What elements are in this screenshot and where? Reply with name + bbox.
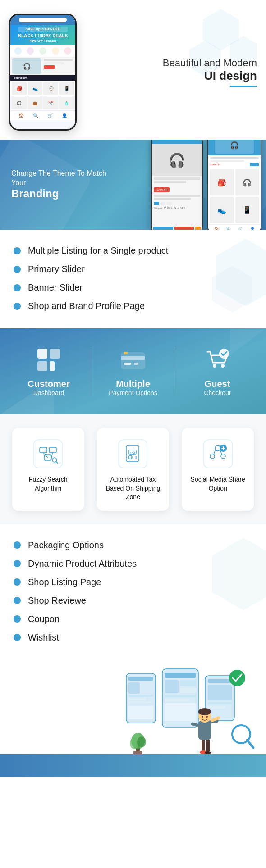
- hero-phone: SAVE upto 60% OFF BLACK FRIDAY DEALS 72%…: [9, 14, 81, 131]
- hero-underline: [230, 86, 257, 87]
- card-fuzzy-title: Fuzzy Search Algorithm: [19, 475, 78, 493]
- svg-rect-40: [128, 698, 147, 700]
- svg-rect-5: [121, 356, 145, 360]
- feature-text-0: Multiple Listing for a Single product: [28, 245, 168, 256]
- svg-rect-75: [133, 751, 142, 754]
- icon-customer-dashboard: Customer Dashboard: [7, 346, 91, 396]
- more-features-section: Packaging Options Dynamic Product Attrib…: [0, 524, 266, 655]
- branding-phone-1: 🎧 $249.99 Shipping: $3.99 | In Stock: YE…: [151, 140, 203, 230]
- hero-title-light: Beautiful and Modern: [90, 57, 257, 69]
- svg-rect-57: [202, 739, 205, 752]
- feature-item-1: Primary Slider: [14, 264, 252, 274]
- svg-point-30: [221, 454, 225, 459]
- more-feature-bullet-0: [14, 541, 21, 549]
- svg-rect-6: [124, 363, 131, 365]
- branding-text: Change The Theme To Match Your Branding: [11, 169, 110, 200]
- svg-rect-42: [128, 706, 153, 719]
- svg-point-29: [210, 454, 215, 459]
- svg-rect-39: [128, 695, 153, 697]
- more-feature-item-0: Packaging Options: [14, 540, 252, 550]
- more-feature-text-4: Coupon: [28, 614, 60, 624]
- more-feature-item-1: Dynamic Product Attributes: [14, 559, 252, 569]
- svg-rect-50: [165, 703, 196, 721]
- hero-section: SAVE upto 60% OFF BLACK FRIDAY DEALS 72%…: [0, 0, 266, 140]
- svg-rect-13: [49, 447, 56, 453]
- card-social-media: Social Media Share Option: [182, 428, 254, 511]
- footer-bar: [0, 754, 266, 777]
- tax-icon: TAX $: [118, 439, 147, 468]
- illustration-section: [0, 655, 266, 754]
- svg-rect-2: [50, 349, 60, 359]
- svg-point-65: [198, 708, 211, 715]
- icons-row-section: Customer Dashboard Multiple Payment Opti…: [0, 328, 266, 414]
- svg-rect-46: [180, 680, 196, 686]
- card-social-title: Social Media Share Option: [188, 475, 247, 493]
- more-feature-text-5: Wishlist: [28, 632, 59, 643]
- icon-guest-light: Checkout: [175, 389, 259, 396]
- more-feature-item-4: Coupon: [14, 614, 252, 624]
- svg-point-76: [229, 670, 245, 686]
- icon-guest-checkout: Guest Checkout: [175, 346, 259, 396]
- svg-point-60: [205, 751, 211, 754]
- svg-line-31: [214, 450, 216, 454]
- svg-rect-53: [208, 685, 232, 700]
- svg-point-74: [137, 736, 146, 747]
- svg-rect-48: [165, 695, 196, 697]
- banner-line1: BLACK FRIDAY DEALS: [18, 33, 68, 39]
- more-feature-bullet-1: [14, 560, 21, 567]
- cards-section: Fuzzy Search Algorithm TAX $ Automoated …: [0, 414, 266, 524]
- branding-title-light: Change The Theme To Match Your: [11, 169, 110, 188]
- svg-rect-3: [50, 361, 55, 371]
- branding-phone-2: 🎧 $199.00 🎒 🎧 👟 📱: [207, 140, 261, 230]
- icon-guest-bold: Guest: [175, 379, 259, 389]
- svg-rect-55: [208, 706, 226, 709]
- svg-point-67: [206, 716, 208, 718]
- svg-rect-4: [121, 353, 145, 369]
- features-section: Multiple Listing for a Single product Pr…: [0, 230, 266, 328]
- svg-rect-0: [37, 349, 47, 359]
- card-tax: TAX $ Automoated Tax Based On Shipping Z…: [97, 428, 169, 511]
- feature-item-3: Shop and Brand Profile Page: [14, 301, 252, 311]
- feature-bullet-2: [14, 284, 21, 291]
- more-feature-item-3: Shop Reviewe: [14, 595, 252, 606]
- more-feature-bullet-5: [14, 634, 21, 641]
- feature-text-2: Banner Slider: [28, 282, 83, 293]
- icon-payment-light: Payment Options: [91, 389, 175, 396]
- more-feature-text-0: Packaging Options: [28, 540, 104, 550]
- svg-rect-8: [124, 352, 128, 354]
- svg-text:TAX: TAX: [130, 451, 136, 454]
- more-feature-item-5: Wishlist: [14, 632, 252, 643]
- svg-rect-61: [198, 721, 211, 740]
- svg-text:$: $: [135, 456, 137, 459]
- svg-rect-47: [180, 688, 196, 693]
- social-media-icon: [203, 439, 233, 468]
- feature-bullet-0: [14, 247, 21, 254]
- branding-phones: 🎧 $249.99 Shipping: $3.99 | In Stock: YE…: [151, 140, 261, 230]
- more-feature-text-3: Shop Reviewe: [28, 595, 86, 606]
- svg-rect-44: [165, 673, 196, 678]
- icon-payment-options: Multiple Payment Options: [91, 346, 175, 396]
- card-fuzzy-search: Fuzzy Search Algorithm: [12, 428, 84, 511]
- features-list: Multiple Listing for a Single product Pr…: [14, 245, 252, 311]
- feature-text-1: Primary Slider: [28, 264, 85, 274]
- more-features-list: Packaging Options Dynamic Product Attrib…: [14, 540, 252, 643]
- svg-line-19: [56, 462, 58, 464]
- more-feature-text-1: Dynamic Product Attributes: [28, 559, 137, 569]
- branding-title-bold: Branding: [11, 187, 110, 200]
- svg-rect-49: [165, 699, 190, 701]
- svg-point-11: [219, 349, 229, 359]
- feature-text-3: Shop and Brand Profile Page: [28, 301, 145, 311]
- svg-rect-38: [128, 682, 140, 694]
- more-feature-text-2: Shop Listing Page: [28, 577, 101, 587]
- svg-rect-37: [128, 677, 153, 681]
- banner-line2: 72% Off Toaster: [18, 39, 68, 43]
- svg-line-70: [247, 740, 253, 748]
- icon-customer-bold: Customer: [7, 379, 91, 389]
- svg-rect-7: [134, 363, 138, 365]
- svg-rect-58: [206, 739, 210, 752]
- fuzzy-search-icon: [33, 439, 63, 468]
- svg-point-66: [202, 716, 203, 718]
- hero-text: Beautiful and Modern UI design: [81, 57, 257, 87]
- more-feature-bullet-2: [14, 578, 21, 586]
- svg-rect-41: [128, 701, 151, 703]
